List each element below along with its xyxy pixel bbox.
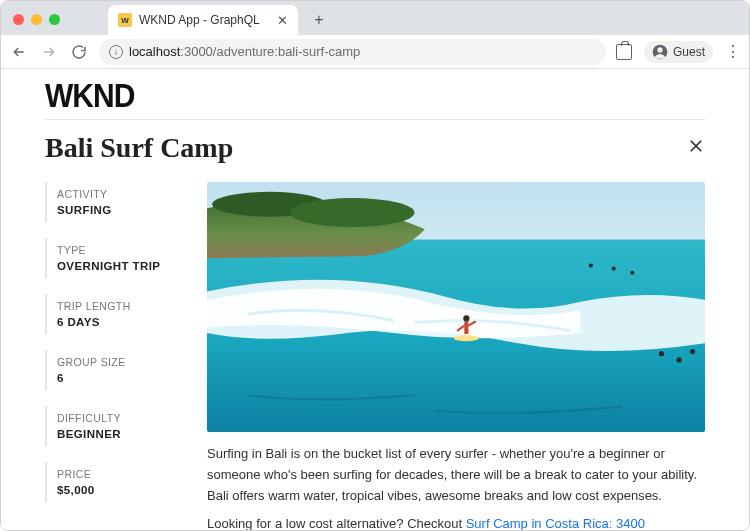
meta-value: SURFING [57,204,185,216]
window-controls [9,14,100,35]
alternative-link[interactable]: Surf Camp in Costa Rica: 3400 [466,516,645,530]
svg-rect-7 [464,322,468,334]
svg-point-14 [659,351,664,356]
meta-label: TYPE [57,244,185,256]
meta-activity: ACTIVITY SURFING [45,182,185,222]
tab-close-icon[interactable]: ✕ [277,13,288,28]
tab-title: WKND App - GraphQL [139,13,270,27]
svg-point-16 [690,349,695,354]
brand-logo[interactable]: WKND [45,77,705,114]
url-path: /adventure:bali-surf-camp [213,44,360,59]
window-close-button[interactable] [13,14,24,25]
window-minimize-button[interactable] [31,14,42,25]
extensions-icon[interactable] [616,44,632,60]
toolbar-right: Guest ⋮ [616,41,741,63]
meta-type: TYPE OVERNIGHT TRIP [45,238,185,278]
title-row: Bali Surf Camp [45,132,705,164]
meta-label: GROUP SIZE [57,356,185,368]
alternative-line: Looking for a low cost alternative? Chec… [207,516,705,530]
reload-button[interactable] [69,42,89,62]
titlebar: W WKND App - GraphQL ✕ + [1,1,749,35]
browser-window: W WKND App - GraphQL ✕ + i localhost:300… [0,0,750,531]
meta-value: $5,000 [57,484,185,496]
site-info-icon[interactable]: i [109,45,123,59]
svg-point-13 [630,271,634,275]
svg-point-11 [589,263,593,267]
main-column: Surfing in Bali is on the bucket list of… [207,182,705,530]
avatar-icon [652,44,668,60]
meta-trip-length: TRIP LENGTH 6 DAYS [45,294,185,334]
toolbar: i localhost:3000/adventure:bali-surf-cam… [1,35,749,69]
url-host: localhost [129,44,180,59]
meta-group-size: GROUP SIZE 6 [45,350,185,390]
meta-sidebar: ACTIVITY SURFING TYPE OVERNIGHT TRIP TRI… [45,182,185,518]
profile-label: Guest [673,45,705,59]
description-text: Surfing in Bali is on the bucket list of… [207,444,705,506]
meta-label: TRIP LENGTH [57,300,185,312]
window-zoom-button[interactable] [49,14,60,25]
profile-chip[interactable]: Guest [644,41,713,63]
meta-label: DIFFICULTY [57,412,185,424]
browser-tab[interactable]: W WKND App - GraphQL ✕ [108,5,298,35]
meta-label: PRICE [57,468,185,480]
menu-icon[interactable]: ⋮ [725,44,741,60]
page-title: Bali Surf Camp [45,132,233,164]
svg-point-15 [676,357,681,362]
back-button[interactable] [9,42,29,62]
svg-point-8 [463,315,469,321]
meta-value: BEGINNER [57,428,185,440]
meta-difficulty: DIFFICULTY BEGINNER [45,406,185,446]
url-port: :3000 [180,44,213,59]
page-content: WKND Bali Surf Camp ACTIVITY SURFING TYP… [1,69,749,530]
alternative-prefix: Looking for a low cost alternative? Chec… [207,516,466,530]
svg-point-1 [657,47,662,52]
content-row: ACTIVITY SURFING TYPE OVERNIGHT TRIP TRI… [45,182,705,530]
meta-value: 6 DAYS [57,316,185,328]
address-bar[interactable]: i localhost:3000/adventure:bali-surf-cam… [99,39,606,65]
forward-button[interactable] [39,42,59,62]
divider [45,119,705,120]
hero-image [207,182,705,432]
close-button[interactable] [687,137,705,159]
meta-value: 6 [57,372,185,384]
svg-point-12 [612,267,616,271]
meta-label: ACTIVITY [57,188,185,200]
tab-favicon: W [118,13,132,27]
meta-price: PRICE $5,000 [45,462,185,502]
meta-value: OVERNIGHT TRIP [57,260,185,272]
svg-point-5 [290,198,415,227]
svg-point-6 [454,335,479,341]
new-tab-button[interactable]: + [306,7,332,33]
